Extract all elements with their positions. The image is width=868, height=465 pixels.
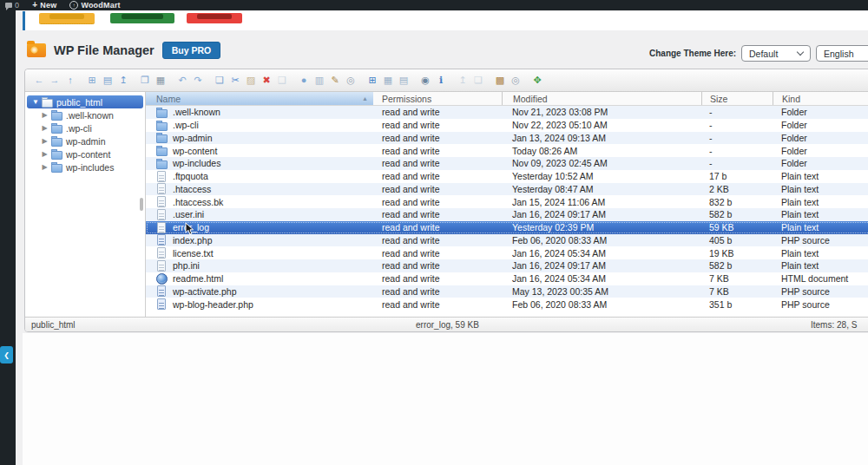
file-row-user-ini[interactable]: .user.iniread and writeJan 16, 2024 09:1… (146, 208, 868, 221)
preview-icon[interactable]: ◉ (418, 74, 432, 88)
file-row-well-known[interactable]: .well-knownread and writeNov 21, 2023 03… (146, 106, 868, 119)
column-header-modified[interactable]: Modified (502, 92, 701, 105)
sort-icon[interactable]: ▤ (397, 74, 411, 88)
buy-pro-button[interactable]: Buy PRO (162, 42, 221, 59)
file-row-error-log[interactable]: error_logread and writeYesterday 02:39 P… (146, 221, 868, 234)
open-icon[interactable]: ❐ (138, 74, 152, 88)
file-row-wp-includes[interactable]: wp-includesread and writeNov 09, 2023 02… (146, 157, 868, 170)
file-list: Name ▲ Permissions Modified Size Kind .w… (146, 92, 868, 317)
plugin-header: WP File Manager Buy PRO (27, 42, 220, 59)
triangle-right-icon: ▶ (42, 111, 48, 119)
edit-icon[interactable]: ✎ (328, 74, 342, 88)
tree-item-well-known[interactable]: ▶.well-known (25, 108, 145, 121)
archive-icon[interactable]: ● (297, 74, 311, 88)
file-name: .htaccess (173, 184, 211, 194)
file-row-htaccess-bk[interactable]: .htaccess.bkread and writeJan 15, 2024 1… (146, 195, 868, 208)
cell-name: .htaccess (146, 183, 373, 194)
text-icon (156, 196, 168, 207)
theme-icon[interactable]: ▩ (493, 74, 507, 88)
rename-icon[interactable]: ▥ (312, 74, 326, 88)
info-icon[interactable]: ℹ (434, 74, 448, 88)
column-header-permissions[interactable]: Permissions (373, 92, 502, 105)
language-select-value: English (824, 49, 853, 59)
column-header-name[interactable]: Name ▲ (146, 92, 373, 105)
admin-bar-new[interactable]: + New (32, 1, 56, 10)
column-header-kind[interactable]: Kind (773, 92, 868, 105)
cell-size: 582 b (701, 209, 773, 219)
help-icon[interactable]: ◎ (509, 74, 523, 88)
extract-icon[interactable]: ◎ (344, 74, 358, 88)
cell-permissions: read and write (373, 273, 502, 284)
upload-icon[interactable]: ↥ (116, 74, 130, 88)
redo-icon[interactable]: ↷ (191, 74, 205, 88)
tree-item-wp-cli[interactable]: ▶.wp-cli (25, 121, 145, 134)
save-icon[interactable]: ▦ (154, 74, 168, 88)
get-code-icon[interactable]: ❏ (471, 74, 485, 88)
file-row-ftpquota[interactable]: .ftpquotaread and writeYesterday 10:52 A… (146, 170, 868, 183)
file-row-wp-content[interactable]: wp-contentread and writeToday 08:26 AM-F… (146, 144, 868, 157)
undo-icon[interactable]: ↶ (175, 74, 189, 88)
cell-name: wp-includes (146, 158, 373, 169)
upload-url-icon[interactable]: ↥ (456, 74, 470, 88)
toolbar-group: ↶↷ (175, 74, 205, 88)
file-row-php-ini[interactable]: php.iniread and writeJan 16, 2024 09:17 … (146, 259, 868, 272)
cut-icon[interactable]: ✂ (228, 74, 242, 88)
view-list-icon[interactable]: ▦ (381, 74, 395, 88)
notice-button-1[interactable] (39, 13, 95, 24)
file-row-wp-cli[interactable]: .wp-cliread and writeNov 22, 2023 05:10 … (146, 119, 868, 132)
cell-name: .ftpquota (146, 171, 373, 182)
cell-name: wp-admin (146, 132, 373, 143)
tree-item-wp-admin[interactable]: ▶wp-admin (25, 134, 145, 147)
new-folder-icon[interactable]: ⊞ (85, 74, 99, 88)
file-name: readme.html (173, 273, 223, 284)
file-row-wp-activate-php[interactable]: wp-activate.phpread and writeMay 13, 202… (146, 285, 868, 298)
view-icons-icon[interactable]: ⊞ (365, 74, 379, 88)
folder-icon (156, 158, 168, 169)
file-row-index-php[interactable]: index.phpread and writeFeb 06, 2020 08:3… (146, 234, 868, 247)
collapse-tab[interactable]: ❮ (0, 346, 13, 363)
file-name: .user.ini (173, 209, 204, 219)
cell-modified: Jan 13, 2024 09:13 AM (502, 133, 701, 143)
delete-icon[interactable]: ✖ (260, 74, 273, 88)
admin-bar-site[interactable]: ↑ WoodMart (69, 1, 120, 10)
tree-item-label: wp-includes (66, 162, 114, 173)
forward-icon[interactable]: → (48, 74, 62, 88)
file-row-htaccess[interactable]: .htaccessread and writeYesterday 08:47 A… (146, 183, 868, 196)
new-file-icon[interactable]: ▤ (101, 74, 115, 88)
notice-button-3[interactable] (187, 13, 242, 23)
cell-name: index.php (146, 234, 373, 246)
up-icon[interactable]: ↑ (63, 74, 77, 88)
new-label: New (40, 1, 56, 10)
theme-select[interactable]: Default (741, 45, 811, 62)
file-row-wp-admin[interactable]: wp-adminread and writeJan 13, 2024 09:13… (146, 132, 868, 145)
change-theme-label: Change Theme Here: (649, 49, 736, 58)
status-path: public_html (25, 320, 76, 330)
cell-size: - (701, 146, 773, 156)
file-row-license-txt[interactable]: license.txtread and writeJan 16, 2024 05… (146, 246, 868, 259)
fullscreen-icon[interactable]: ✥ (530, 74, 544, 88)
language-select[interactable]: English (816, 45, 868, 62)
admin-bar-comments[interactable]: 0 (5, 1, 19, 10)
file-name: wp-includes (173, 158, 220, 168)
file-row-readme-html[interactable]: readme.htmlread and writeJan 16, 2024 05… (146, 272, 868, 285)
duplicate-icon[interactable]: ❑ (275, 74, 289, 88)
tree-item-wp-includes[interactable]: ▶wp-includes (25, 160, 145, 174)
back-icon[interactable]: ← (32, 74, 46, 88)
cell-permissions: read and write (373, 133, 502, 143)
column-header-size[interactable]: Size (701, 92, 773, 105)
triangle-right-icon: ▶ (42, 150, 48, 158)
file-row-wp-blog-header-php[interactable]: wp-blog-header.phpread and writeFeb 06, … (146, 298, 868, 311)
triangle-down-icon: ▼ (32, 98, 38, 106)
copy-icon[interactable]: ❏ (213, 74, 227, 88)
cell-kind: Folder (773, 107, 868, 117)
cell-name: readme.html (146, 273, 373, 285)
tree-scrollbar[interactable] (140, 198, 143, 211)
tree-item-label: .wp-cli (66, 123, 92, 134)
tree-item-wp-content[interactable]: ▶wp-content (25, 147, 145, 160)
paste-icon[interactable]: ▨ (244, 74, 258, 88)
cell-kind: PHP source (773, 235, 868, 246)
cell-modified: Today 08:26 AM (502, 146, 701, 156)
notice-button-2[interactable] (110, 13, 174, 23)
text-icon (156, 183, 168, 194)
tree-item-public-html[interactable]: ▼ public_html (27, 95, 143, 108)
